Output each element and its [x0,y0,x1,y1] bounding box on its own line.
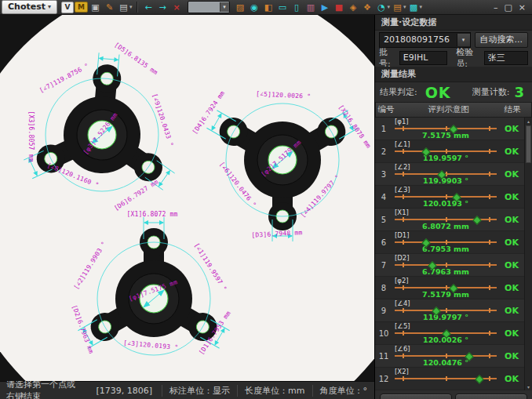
judge-label: 结果判定: [380,86,417,98]
result-row[interactable]: 11[∠6]120.0476 °OK [375,345,524,368]
feature-tag: [∠4] [392,300,499,307]
header-diagram: 评判示意图 [396,104,501,115]
results-table-header: 编号 评判示意图 结果 [375,102,532,118]
feature-tag: [∠1] [392,141,499,148]
minimize-button[interactable]: – [494,2,498,13]
chevron-down-icon[interactable]: ▾ [403,4,406,10]
barcode-icon[interactable]: ▥ [304,2,318,13]
photo-tool-icon[interactable]: ▩ [407,2,421,13]
result-row[interactable]: 2[∠1]119.9597 °OK [375,140,524,163]
auto-search-button[interactable]: 自动搜索... [475,32,529,48]
redo-arrow-icon[interactable]: → [156,2,169,13]
result-badge: OK [499,163,524,185]
measured-value: 119.9903 ° [392,177,499,185]
judge-value: OK [425,84,451,101]
projector-icon[interactable]: ▭ [276,2,290,13]
flag-icon[interactable]: ▯ [290,2,304,13]
app-window: Chotest ▾ VM▣✎▤▾←→×▾▨◉◧▭▯▥▶■◈❖◔▾▤▾▩▾ – ▢… [0,0,532,399]
inspector-input[interactable]: 张三 [484,51,528,65]
result-row[interactable]: 5[X1]6.8072 mmOK [375,209,524,231]
result-row[interactable]: 12[X2]OK [375,368,524,390]
judgment-diagram: [∠3]120.0193 ° [392,186,499,208]
tolerance-band [395,262,497,268]
close-button[interactable]: × [519,2,526,13]
row-number: 10 [375,322,392,344]
dataset-row: 201808091756 ▾ 自动搜索... [375,31,532,49]
action-buttons: 测量 报告 [375,390,532,399]
results-rows: 1[φ1]7.5175 mmOK2[∠1]119.9597 °OK3[∠2]11… [375,118,524,390]
report-button[interactable]: 报告 [455,394,527,399]
app-menu-button[interactable]: Chotest ▾ [2,0,57,14]
batch-input[interactable]: E9IHL [399,51,447,65]
status-bar: 请选择第一个点或右键结束 [1739, 1806] 标注单位：显示 长度单位：m… [0,381,374,399]
measured-marker [475,375,483,383]
chevron-down-icon[interactable]: ▾ [129,4,133,10]
row-number: 9 [375,299,392,321]
cad-annotation: [X3]6.8057 mm [27,111,35,161]
judgment-diagram: [∠5]120.0026 ° [392,322,499,344]
count-label: 测量计数: [472,86,510,98]
save-icon[interactable]: ▣ [89,2,102,13]
run-play-icon[interactable]: ▶ [319,2,332,13]
layers-icon[interactable]: ▤ [391,2,404,13]
image-locate-icon[interactable]: ▨ [234,2,247,13]
tolerance-band [395,194,497,200]
row-number: 6 [375,231,392,253]
result-row[interactable]: 9[∠4]119.9797 °OK [375,299,524,322]
feature-tag: [X2] [392,368,499,375]
chevron-down-icon[interactable]: ▾ [457,34,470,46]
measure-button[interactable]: 测量 [380,394,452,399]
timer-icon[interactable]: ◔ [375,2,388,13]
zoom-combobox[interactable]: ▾ [188,1,230,13]
dataset-combobox[interactable]: 201808091756 ▾ [379,32,471,48]
toolbar-icons: VM▣✎▤▾←→×▾▨◉◧▭▯▥▶■◈❖◔▾▤▾▩▾ [61,1,422,13]
feature-tag: [φ2] [392,277,499,285]
result-badge: OK [499,118,524,140]
result-row[interactable]: 4[∠3]120.0193 °OK [375,186,524,209]
stage-svg[interactable]: [D5]6.8135 mm[∠7]119.8756 °[∠9]120.0433 … [0,15,374,381]
tolerance-band [395,375,497,382]
row-number: 5 [375,209,392,230]
scroll-down-icon[interactable]: ▾ [525,383,532,390]
stop-record-icon[interactable]: ■ [333,2,346,13]
row-number: 4 [375,186,392,208]
delete-x-icon[interactable]: × [170,2,184,13]
tolerance-band [395,216,497,223]
batch-inspector-row: 批号: E9IHL 检验员: 张三 [375,49,532,67]
judgment-diagram: [φ2]7.5179 mm [392,277,499,299]
measurement-canvas[interactable]: [D5]6.8135 mm[∠7]119.8756 °[∠9]120.0433 … [0,15,374,381]
maximize-button[interactable]: ▢ [504,2,512,13]
result-badge: OK [499,368,524,390]
search-icon[interactable]: ◉ [248,2,261,13]
doc-v-icon[interactable]: V [61,2,74,13]
print-icon[interactable]: ▤ [117,2,130,13]
result-row[interactable]: 3[∠2]119.9903 °OK [375,163,524,186]
scroll-up-icon[interactable]: ▴ [525,118,532,125]
table-scrollbar[interactable]: ▴ ▾ [524,118,532,390]
chevron-down-icon[interactable]: ▾ [420,4,423,10]
measure-grid-icon[interactable]: ◧ [262,2,275,13]
chevron-down-icon[interactable]: ▾ [220,2,229,12]
edit-icon[interactable]: ✎ [103,2,116,13]
capture-fan-icon[interactable]: ❖ [361,2,374,13]
dataset-value: 201808091756 [380,34,457,45]
row-number: 11 [375,345,392,367]
scrollbar-thumb[interactable] [526,125,531,163]
judgment-diagram: [∠2]119.9903 ° [392,163,499,185]
tolerance-band [395,239,497,245]
status-hint: 请选择第一个点或右键结束 [0,379,86,399]
feature-tag: [∠6] [392,346,499,353]
result-row[interactable]: 1[φ1]7.5175 mmOK [375,118,524,140]
result-row[interactable]: 10[∠5]120.0026 °OK [375,322,524,345]
app-menu-label: Chotest [8,2,46,13]
result-row[interactable]: 7[D2]6.7963 mmOK [375,254,524,277]
window-controls: – ▢ × [494,2,530,13]
folder-m-icon[interactable]: M [75,2,88,13]
chevron-down-icon[interactable]: ▾ [388,4,391,10]
result-row[interactable]: 8[φ2]7.5179 mmOK [375,277,524,299]
result-row[interactable]: 6[D1]6.7953 mmOK [375,231,524,254]
row-number: 8 [375,277,392,299]
measured-value: 7.5175 mm [392,132,499,140]
undo-arrow-icon[interactable]: ← [142,2,155,13]
capture-drop-icon[interactable]: ◈ [347,2,360,13]
